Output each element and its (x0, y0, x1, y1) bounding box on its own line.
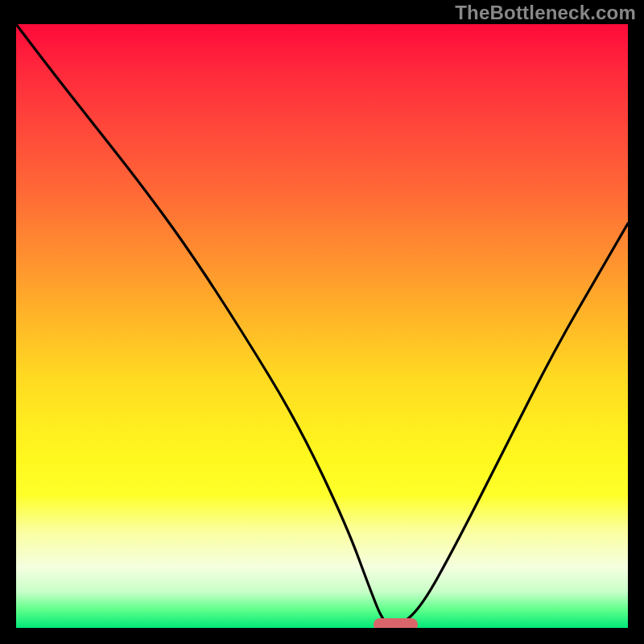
optimal-marker (374, 618, 418, 628)
plot-area (16, 24, 628, 628)
watermark-text: TheBottleneck.com (455, 2, 636, 24)
chart-frame: TheBottleneck.com (0, 0, 644, 644)
bottleneck-curve (16, 24, 628, 625)
curve-svg (16, 24, 628, 628)
